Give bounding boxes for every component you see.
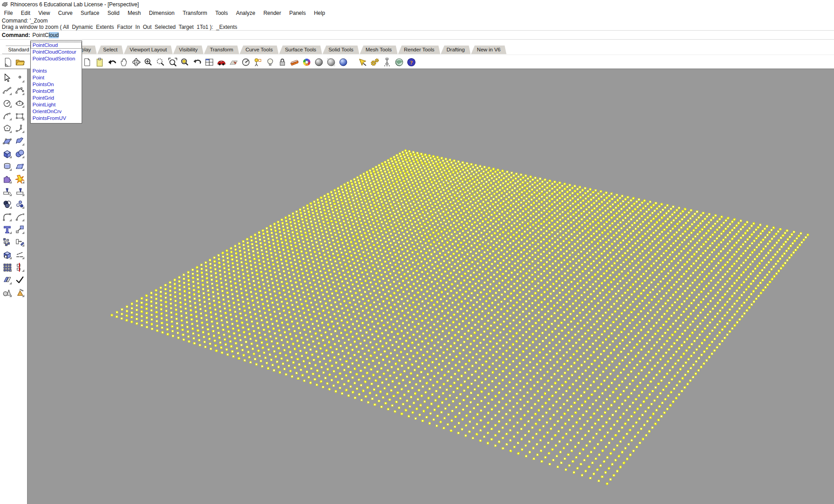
solid-box-button[interactable] <box>1 148 13 159</box>
tab-new-in-v6[interactable]: New in V6 <box>471 46 506 54</box>
control-point-curve-button[interactable] <box>14 85 26 96</box>
cylinder-ring-button[interactable] <box>1 160 13 172</box>
command-line[interactable]: Command: PointCloud <box>0 30 834 40</box>
pointer-arrow-button[interactable] <box>1 72 13 83</box>
autocomplete-item-pointcloudsection[interactable]: PointCloudSection <box>31 55 82 62</box>
solids-gray-button[interactable] <box>1 287 13 298</box>
tab-curve-tools[interactable]: Curve Tools <box>240 46 279 54</box>
paste-clipboard-button[interactable] <box>94 57 105 68</box>
array-squares-button[interactable] <box>1 236 13 247</box>
rectangle-tool-button[interactable] <box>14 110 26 121</box>
autocomplete-item-pointgrid[interactable]: PointGrid <box>31 95 82 101</box>
zoom-selected-button[interactable] <box>180 57 190 68</box>
menu-mesh[interactable]: Mesh <box>124 9 145 17</box>
options-gears-button[interactable] <box>369 57 380 68</box>
web-globe-button[interactable] <box>394 57 405 68</box>
curve-interpolate-button[interactable] <box>1 85 13 96</box>
arc-tool-button[interactable] <box>1 110 13 121</box>
tab-visibility[interactable]: Visibility <box>173 46 203 54</box>
selection-filter-button[interactable] <box>357 57 368 68</box>
trim-tool-button[interactable] <box>1 186 13 197</box>
tab-select[interactable]: Select <box>97 46 124 54</box>
copy-document-button[interactable] <box>82 57 93 68</box>
menu-panels[interactable]: Panels <box>285 9 310 17</box>
grid-points-button[interactable] <box>1 261 13 273</box>
light-bulb-button[interactable] <box>265 57 276 68</box>
group-points-button[interactable] <box>14 198 26 210</box>
zoom-in-button[interactable] <box>143 57 154 68</box>
menu-edit[interactable]: Edit <box>17 9 34 17</box>
menu-help[interactable]: Help <box>310 9 329 17</box>
surface-network-button[interactable] <box>14 160 26 172</box>
circle-center-button[interactable] <box>1 97 13 109</box>
orient-tool-button[interactable] <box>14 236 26 247</box>
tab-drafting[interactable]: Drafting <box>441 46 470 54</box>
autocomplete-item-pointcloud[interactable]: PointCloud <box>31 42 82 49</box>
perspective-viewport[interactable] <box>27 69 834 504</box>
layers-tool-button[interactable] <box>1 274 13 285</box>
autocomplete-item-pointsfromuv[interactable]: PointsFromUV <box>31 115 82 122</box>
help-question-button[interactable]: ? <box>406 57 417 68</box>
autocomplete-item-pointlight[interactable]: PointLight <box>31 101 82 108</box>
split-tool-button[interactable] <box>14 186 26 197</box>
tab-solid-tools[interactable]: Solid Tools <box>323 46 359 54</box>
surface-loft-button[interactable] <box>14 135 26 147</box>
check-selection-button[interactable] <box>14 274 26 285</box>
new-document-button[interactable] <box>3 57 14 68</box>
tab-surface-tools[interactable]: Surface Tools <box>279 46 322 54</box>
set-view-dial-button[interactable] <box>240 57 251 68</box>
autocomplete-item-pointson[interactable]: PointsOn <box>31 81 82 88</box>
autocomplete-item-point[interactable]: Point <box>31 74 82 81</box>
align-tool-button[interactable] <box>14 261 26 273</box>
menu-dimension[interactable]: Dimension <box>145 9 179 17</box>
undo-view-change-button[interactable] <box>192 57 203 68</box>
viewport-layout-button[interactable] <box>204 57 215 68</box>
named-view-button[interactable] <box>216 57 227 68</box>
menu-surface[interactable]: Surface <box>77 9 103 17</box>
layer-state-button[interactable] <box>253 57 263 68</box>
tab-mesh-tools[interactable]: Mesh Tools <box>360 46 398 54</box>
zoom-window-button[interactable] <box>167 57 178 68</box>
menu-render[interactable]: Render <box>259 9 285 17</box>
tab-transform[interactable]: Transform <box>204 46 239 54</box>
single-point-button[interactable] <box>14 72 26 83</box>
open-folder-button[interactable] <box>15 57 26 68</box>
lock-toggle-button[interactable] <box>277 57 288 68</box>
autocomplete-item-orientoncrv[interactable]: OrientOnCrv <box>31 108 82 115</box>
shaded-sphere-button[interactable] <box>313 57 324 68</box>
fillet-corner-button[interactable] <box>1 211 13 222</box>
text-tool-button[interactable] <box>1 224 13 235</box>
render-preview-button[interactable] <box>289 57 300 68</box>
autocomplete-item-points[interactable]: Points <box>31 68 82 74</box>
make2d-tool-button[interactable] <box>14 249 26 260</box>
menu-tools[interactable]: Tools <box>211 9 232 17</box>
color-wheel-button[interactable] <box>301 57 312 68</box>
solid-spheres-button[interactable] <box>14 148 26 159</box>
surface-plane-button[interactable] <box>1 135 13 147</box>
tab-render-tools[interactable]: Render Tools <box>398 46 441 54</box>
tab-viewport-layout[interactable]: Viewport Layout <box>124 46 173 54</box>
autocomplete-item-pointsoff[interactable]: PointsOff <box>31 88 82 95</box>
polygon-tool-button[interactable] <box>1 123 13 134</box>
command-input[interactable]: PointCloud <box>32 32 59 38</box>
menu-file[interactable]: File <box>0 9 17 17</box>
scale-tool-button[interactable] <box>14 224 26 235</box>
menu-solid[interactable]: Solid <box>103 9 124 17</box>
rotate-view-button[interactable] <box>131 57 142 68</box>
handle-curve-button[interactable] <box>14 123 26 134</box>
join-puzzle-button[interactable] <box>1 173 13 184</box>
autocomplete-item-pointcloudcontour[interactable]: PointCloudContour <box>31 49 82 55</box>
menu-curve[interactable]: Curve <box>54 9 77 17</box>
render-paint-button[interactable] <box>14 287 26 298</box>
block-tool-button[interactable] <box>1 249 13 260</box>
rendered-sphere-button[interactable] <box>338 57 349 68</box>
ghosted-sphere-button[interactable] <box>326 57 336 68</box>
plan-view-button[interactable] <box>228 57 239 68</box>
menu-view[interactable]: View <box>34 9 54 17</box>
explode-burst-button[interactable] <box>14 173 26 184</box>
zoom-dynamic-button[interactable] <box>155 57 166 68</box>
ellipse-tool-button[interactable] <box>14 97 26 109</box>
menu-analyze[interactable]: Analyze <box>232 9 259 17</box>
extend-curve-button[interactable] <box>14 211 26 222</box>
boolean-circles-button[interactable] <box>1 198 13 210</box>
